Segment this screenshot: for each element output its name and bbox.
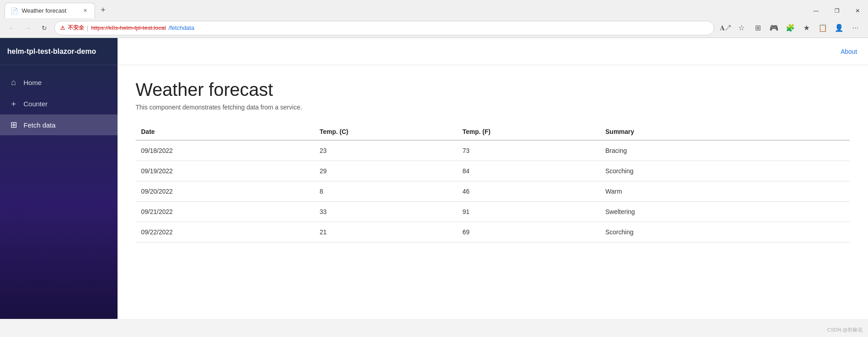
tab-title: Weather forecast: [22, 7, 77, 14]
toolbar-icons: 𝐀↗ ☆ ⊞ 🎮 🧩 ★ 📋 👤 ···: [718, 21, 863, 35]
url-bar[interactable]: ⚠ 不安全 | https://k8s-helm-tpl-test.local …: [54, 21, 714, 35]
url-separator: |: [87, 24, 88, 31]
cell-tempc: 8: [314, 181, 457, 202]
back-button[interactable]: ←: [5, 22, 18, 34]
table-header: Date Temp. (C) Temp. (F) Summary: [136, 123, 850, 140]
cell-tempf: 91: [457, 202, 600, 222]
cell-tempf: 46: [457, 181, 600, 202]
footer-watermark: CSDN @邢麻花: [827, 327, 863, 333]
cell-summary: Scorching: [600, 222, 850, 242]
content-body: Weather forecast This component demonstr…: [118, 65, 868, 319]
cell-date: 09/18/2022: [136, 140, 314, 161]
restore-button[interactable]: ❐: [826, 4, 847, 18]
table-row: 09/22/20222169Scorching: [136, 222, 850, 242]
cell-tempc: 33: [314, 202, 457, 222]
extensions-icon[interactable]: 🧩: [783, 21, 797, 35]
cell-tempc: 21: [314, 222, 457, 242]
collections-icon[interactable]: ★: [799, 21, 814, 35]
cell-summary: Scorching: [600, 161, 850, 181]
page-subtitle: This component demonstrates fetching dat…: [136, 104, 850, 111]
refresh-button[interactable]: ↻: [38, 22, 51, 34]
address-bar: ← → ↻ ⚠ 不安全 | https://k8s-helm-tpl-test.…: [0, 18, 868, 38]
new-tab-button[interactable]: +: [97, 4, 109, 16]
sidebar-nav: ⌂ Home ＋ Counter ⊞ Fetch data: [0, 65, 118, 142]
sidebar-item-fetchdata-label: Fetch data: [24, 121, 56, 129]
table-row: 09/20/2022846Warm: [136, 181, 850, 202]
forward-button[interactable]: →: [22, 22, 34, 34]
cell-date: 09/20/2022: [136, 181, 314, 202]
cell-summary: Bracing: [600, 140, 850, 161]
col-tempc: Temp. (C): [314, 123, 457, 140]
settings-icon[interactable]: ···: [848, 21, 863, 35]
tab-favicon: 📄: [10, 7, 18, 14]
read-aloud-icon[interactable]: 𝐀↗: [718, 21, 732, 35]
plus-icon: ＋: [9, 98, 18, 109]
about-link[interactable]: About: [840, 48, 857, 55]
col-date: Date: [136, 123, 314, 140]
security-warning-icon: ⚠: [60, 25, 65, 31]
app-container: helm-tpl-test-blazor-demo ⌂ Home ＋ Count…: [0, 38, 868, 319]
table-row: 09/18/20222373Bracing: [136, 140, 850, 161]
url-secure-part: https://k8s-helm-tpl-test.local: [91, 24, 165, 31]
tab-close-button[interactable]: ✕: [81, 7, 89, 15]
browser-titlebar: 📄 Weather forecast ✕ + — ❐ ✕ ← → ↻ ⚠ 不安全…: [0, 0, 868, 38]
sidebar-item-home[interactable]: ⌂ Home: [0, 72, 118, 93]
cell-date: 09/21/2022: [136, 202, 314, 222]
top-bar: About: [118, 38, 868, 65]
cell-tempc: 29: [314, 161, 457, 181]
favorites-icon[interactable]: ☆: [734, 21, 749, 35]
cell-tempf: 84: [457, 161, 600, 181]
cell-tempf: 73: [457, 140, 600, 161]
page-title: Weather forecast: [136, 80, 850, 100]
sidebar: helm-tpl-test-blazor-demo ⌂ Home ＋ Count…: [0, 38, 118, 319]
table-row: 09/19/20222984Scorching: [136, 161, 850, 181]
sidebar-item-fetchdata[interactable]: ⊞ Fetch data: [0, 114, 118, 135]
active-tab[interactable]: 📄 Weather forecast ✕: [5, 3, 95, 18]
tab-bar: 📄 Weather forecast ✕ + — ❐ ✕: [0, 0, 868, 18]
profile-icon[interactable]: 👤: [832, 21, 846, 35]
table-icon: ⊞: [9, 120, 18, 130]
sidebar-brand: helm-tpl-test-blazor-demo: [0, 38, 118, 65]
col-summary: Summary: [600, 123, 850, 140]
cell-date: 09/22/2022: [136, 222, 314, 242]
sidebar-item-home-label: Home: [24, 79, 42, 86]
table-body: 09/18/20222373Bracing09/19/20222984Scorc…: [136, 140, 850, 242]
pocket-icon[interactable]: 📋: [816, 21, 830, 35]
weather-table: Date Temp. (C) Temp. (F) Summary 09/18/2…: [136, 123, 850, 242]
cell-tempf: 69: [457, 222, 600, 242]
sidebar-item-counter[interactable]: ＋ Counter: [0, 93, 118, 114]
gaming-icon[interactable]: 🎮: [767, 21, 781, 35]
sidebar-item-counter-label: Counter: [24, 100, 47, 108]
cell-summary: Sweltering: [600, 202, 850, 222]
cell-summary: Warm: [600, 181, 850, 202]
security-warning-text: 不安全: [68, 24, 84, 32]
url-path-part: /fetchdata: [169, 24, 194, 31]
col-tempf: Temp. (F): [457, 123, 600, 140]
minimize-button[interactable]: —: [806, 4, 826, 18]
cell-date: 09/19/2022: [136, 161, 314, 181]
home-icon: ⌂: [9, 78, 18, 87]
cell-tempc: 23: [314, 140, 457, 161]
main-content: About Weather forecast This component de…: [118, 38, 868, 319]
apps-icon[interactable]: ⊞: [750, 21, 765, 35]
close-button[interactable]: ✕: [847, 4, 868, 18]
table-row: 09/21/20223391Sweltering: [136, 202, 850, 222]
